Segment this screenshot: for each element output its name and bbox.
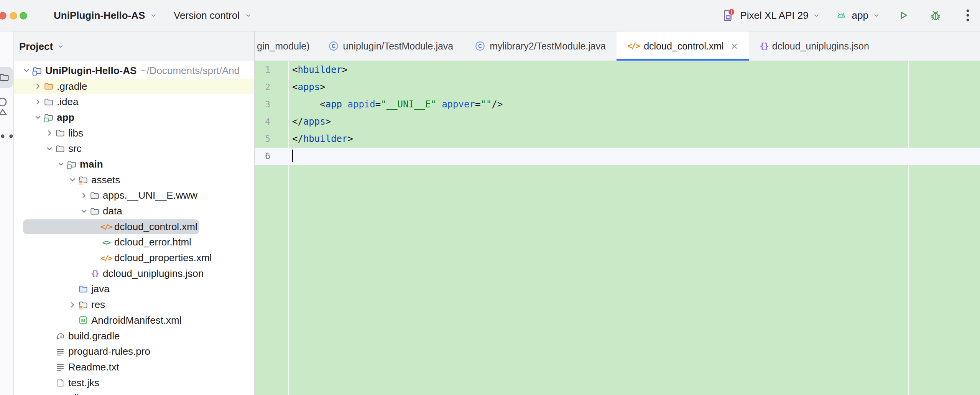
tree-row-res[interactable]: res: [14, 297, 255, 313]
json-file-icon: {}: [760, 42, 768, 50]
tree-row-src[interactable]: src: [14, 141, 255, 156]
folder-tool-icon: [0, 72, 10, 83]
tree-row-main[interactable]: main: [14, 156, 255, 172]
close-window-button[interactable]: [0, 12, 7, 20]
tree-item-label: AndroidManifest.xml: [91, 314, 182, 326]
editor-tab-dcloud-uniplugins-json[interactable]: {}dcloud_uniplugins.json: [749, 31, 880, 61]
project-name-menu[interactable]: UniPlugin-Hello-AS: [54, 0, 157, 31]
more-tool-windows-button[interactable]: [0, 130, 13, 142]
tab-label: gin_module): [257, 41, 310, 52]
line-content: <hbuilder>: [288, 61, 348, 79]
tree-row--gradle[interactable]: .gradle: [14, 79, 255, 94]
svg-text:M: M: [81, 318, 86, 323]
chevron-spacer: [79, 268, 89, 279]
tree-row-dcloud-error-html[interactable]: <>dcloud_error.html: [14, 235, 255, 250]
close-icon[interactable]: [730, 42, 738, 50]
minimize-window-button[interactable]: [10, 12, 17, 20]
project-panel: Project UniPlugin-Hello-AS~/Documents/sp…: [14, 31, 255, 395]
project-tool-window-button[interactable]: [0, 67, 13, 88]
project-panel-header[interactable]: Project: [14, 31, 255, 61]
text-caret: [292, 150, 293, 162]
tree-row-gradle[interactable]: gradle: [14, 390, 255, 395]
java-class-file-icon: C: [475, 41, 485, 51]
device-label: Pixel XL API 29: [740, 10, 808, 21]
chevron-spacer: [67, 284, 77, 294]
line-number: 3: [255, 96, 288, 113]
folder-module-icon: [43, 112, 54, 123]
chevron-down-icon[interactable]: [33, 112, 43, 123]
xml-file-icon: </>: [627, 42, 640, 50]
svg-text:C: C: [332, 43, 335, 49]
tab-label: dcloud_uniplugins.json: [772, 41, 869, 52]
chevron-right-icon[interactable]: [33, 81, 43, 92]
version-control-menu[interactable]: Version control: [174, 0, 252, 31]
chevron-right-icon[interactable]: [33, 393, 43, 395]
play-icon: [897, 9, 910, 22]
chevron-down-icon[interactable]: [44, 143, 54, 154]
folder-resources-icon: [77, 300, 89, 310]
tree-item-label: data: [103, 205, 122, 217]
svg-text:C: C: [478, 43, 482, 49]
more-actions-button[interactable]: [959, 7, 976, 24]
tree-row-assets[interactable]: assets: [14, 172, 255, 188]
tree-row-test-jks[interactable]: test.jks: [14, 375, 255, 391]
chevron-spacer: [44, 346, 54, 357]
editor-tab-mylibrary2-testmodule-java[interactable]: Cmylibrary2/TestModule.java: [464, 31, 617, 61]
tree-row-dcloud-uniplugins-json[interactable]: {}dcloud_uniplugins.json: [14, 266, 255, 281]
tool-window-stripe: [0, 31, 14, 395]
device-selector[interactable]: ! Pixel XL API 29: [721, 8, 819, 23]
line-content: [288, 148, 293, 165]
tree-item-label: res: [91, 299, 105, 311]
java-class-file-icon: C: [328, 41, 339, 51]
tree-row-readme-txt[interactable]: Readme.txt: [14, 359, 255, 375]
tree-row--idea[interactable]: .idea: [14, 94, 255, 110]
tree-row-java[interactable]: java: [14, 281, 255, 297]
file-text-icon: [54, 346, 66, 357]
tree-row-androidmanifest-xml[interactable]: MAndroidManifest.xml: [14, 313, 255, 328]
chevron-down-icon[interactable]: [79, 206, 89, 216]
tree-item-label: .idea: [57, 96, 78, 108]
chevron-right-icon[interactable]: [67, 300, 77, 310]
bug-icon: [929, 9, 942, 22]
tree-item-label: app: [57, 112, 74, 123]
code-line-6: 6: [255, 148, 980, 165]
tree-row-dcloud-control-xml[interactable]: </>dcloud_control.xml: [14, 219, 255, 235]
tree-item-label: Readme.txt: [68, 361, 119, 373]
chevron-down-icon[interactable]: [56, 159, 66, 170]
tree-row-proguard-rules-pro[interactable]: proguard-rules.pro: [14, 344, 255, 359]
chevron-spacer: [67, 315, 77, 326]
android-icon: [835, 9, 847, 21]
run-configuration-selector[interactable]: app: [835, 9, 880, 21]
title-bar: UniPlugin-Hello-AS Version control ! Pix…: [0, 0, 980, 31]
commit-tool-window-button[interactable]: [0, 97, 13, 120]
tree-row-uniplugin-hello-as[interactable]: UniPlugin-Hello-AS~/Documents/sprt/And: [14, 63, 255, 79]
code-line-3: 3 <app appid="__UNI__E" appver=""/>: [255, 96, 980, 113]
editor-tab-dcloud-control-xml[interactable]: </>dcloud_control.xml: [617, 31, 749, 61]
debug-button[interactable]: [927, 7, 944, 24]
editor-tab-gin-module-[interactable]: gin_module): [255, 31, 317, 61]
tree-item-label: test.jks: [68, 377, 99, 389]
chevron-down-icon[interactable]: [67, 175, 77, 185]
chevron-down-icon: [58, 43, 64, 50]
code-editor[interactable]: 1<hbuilder>2<apps>3 <app appid="__UNI__E…: [255, 61, 980, 395]
folder-icon: [54, 128, 66, 138]
tree-row-apps-uni-e-www[interactable]: apps.__UNI__E.www: [14, 188, 255, 204]
chevron-right-icon[interactable]: [33, 97, 43, 107]
svg-text:!: !: [731, 9, 732, 15]
tree-row-build-gradle[interactable]: build.gradle: [14, 328, 255, 344]
tree-row-libs[interactable]: libs: [14, 125, 255, 141]
tree-row-app[interactable]: app: [14, 110, 255, 125]
version-control-label: Version control: [174, 10, 240, 21]
editor-tab-uniplugin-testmodule-java[interactable]: Cuniplugin/TestModule.java: [317, 31, 464, 61]
line-number: 4: [255, 113, 288, 130]
tree-row-data[interactable]: data: [14, 203, 255, 219]
chevron-right-icon[interactable]: [79, 190, 89, 201]
chevron-down-icon[interactable]: [21, 66, 31, 76]
chevron-right-icon[interactable]: [44, 128, 54, 138]
run-button[interactable]: [895, 7, 912, 24]
line-number: 2: [255, 79, 288, 96]
tree-row-dcloud-properties-xml[interactable]: </>dcloud_properties.xml: [14, 250, 255, 266]
zoom-window-button[interactable]: [20, 12, 27, 20]
editor-tab-bar: gin_module)Cuniplugin/TestModule.javaCmy…: [255, 31, 880, 61]
file-manifest-icon: M: [77, 315, 89, 326]
